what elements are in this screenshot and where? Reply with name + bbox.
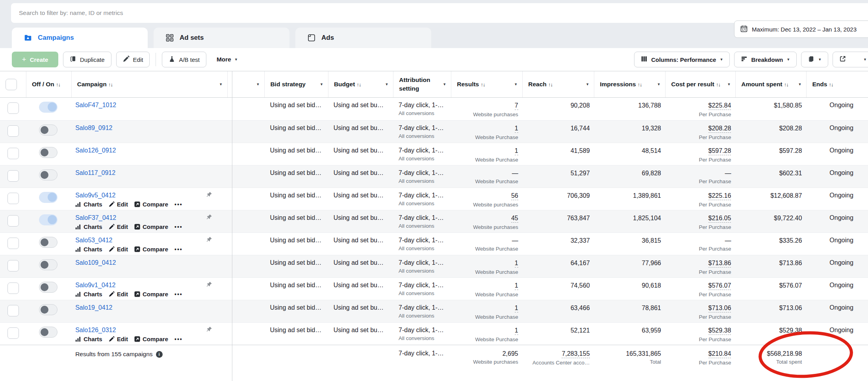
more-options-button[interactable]: •••: [174, 224, 183, 230]
tab-ad-sets[interactable]: Ad sets: [154, 28, 289, 48]
row-checkbox[interactable]: [7, 260, 19, 271]
charts-button[interactable]: Charts: [75, 201, 102, 208]
column-header-toggle[interactable]: Off / On ↑↓: [26, 71, 71, 97]
campaign-name-link[interactable]: Salo9v1_0412: [75, 282, 115, 288]
column-header-bid[interactable]: Bid strategy▼: [264, 71, 328, 97]
tab-ads[interactable]: Ads: [295, 28, 431, 48]
row-checkbox[interactable]: [7, 125, 19, 137]
cost-value[interactable]: $713.86: [708, 259, 731, 268]
results-value[interactable]: 1: [515, 282, 518, 290]
campaign-name-link[interactable]: Salo126_0912: [75, 147, 116, 154]
column-header-reach[interactable]: Reach ↑↓▼: [522, 71, 594, 97]
row-checkbox[interactable]: [7, 327, 19, 339]
select-all-checkbox[interactable]: [6, 79, 17, 90]
row-checkbox[interactable]: [7, 102, 19, 114]
campaign-name-link[interactable]: Salo117_0912: [75, 169, 115, 176]
cost-value[interactable]: $597.28: [708, 147, 731, 155]
row-checkbox[interactable]: [7, 170, 19, 182]
column-header-results[interactable]: Results ↑↓▼: [451, 71, 522, 97]
campaign-name-link[interactable]: SaloF47_1012: [75, 102, 116, 108]
campaign-toggle[interactable]: [39, 237, 57, 248]
campaign-toggle[interactable]: [39, 147, 57, 158]
export-button[interactable]: ▼: [833, 52, 868, 67]
info-icon[interactable]: i: [156, 351, 163, 358]
results-value[interactable]: 1: [515, 147, 518, 155]
cost-value[interactable]: $576.07: [708, 282, 731, 290]
filter-caret-icon[interactable]: ▼: [583, 82, 589, 86]
filter-caret-icon[interactable]: ▼: [655, 82, 660, 86]
results-value[interactable]: 1: [515, 259, 518, 268]
row-checkbox[interactable]: [7, 282, 19, 294]
results-value[interactable]: 56: [511, 192, 518, 200]
sort-icon[interactable]: ↑↓: [784, 82, 788, 87]
duplicate-button[interactable]: Duplicate: [63, 52, 111, 67]
ab-test-button[interactable]: A/B test: [162, 52, 206, 67]
campaign-name-link[interactable]: Salo89_0912: [75, 125, 112, 131]
cost-value[interactable]: $529.38: [708, 327, 731, 335]
more-button[interactable]: More ▼: [211, 56, 243, 63]
campaign-name-link[interactable]: Salo126_0312: [75, 327, 116, 333]
edit-row-button[interactable]: Edit: [109, 201, 128, 208]
pin-icon[interactable]: [206, 281, 212, 288]
filter-caret-icon[interactable]: ▼: [382, 82, 388, 86]
sort-icon[interactable]: ↑↓: [829, 82, 833, 87]
cost-value[interactable]: $225.84: [708, 102, 731, 110]
campaign-toggle[interactable]: [39, 259, 57, 270]
more-options-button[interactable]: •••: [174, 291, 183, 297]
filter-caret-icon[interactable]: ▼: [217, 82, 223, 86]
edit-row-button[interactable]: Edit: [109, 336, 128, 342]
campaign-toggle[interactable]: [39, 192, 57, 203]
row-checkbox[interactable]: [7, 193, 19, 204]
compare-button[interactable]: Compare: [134, 201, 168, 208]
column-header-select[interactable]: [0, 71, 26, 97]
charts-button[interactable]: Charts: [75, 291, 102, 297]
row-checkbox[interactable]: [7, 215, 19, 227]
column-header-cost[interactable]: Cost per result ↑↓▼: [665, 71, 735, 97]
charts-button[interactable]: Charts: [75, 246, 102, 253]
cost-value[interactable]: $225.16: [708, 192, 731, 200]
campaign-toggle[interactable]: [39, 304, 57, 315]
edit-row-button[interactable]: Edit: [109, 246, 128, 253]
breakdown-button[interactable]: Breakdown ▼: [734, 52, 797, 67]
edit-row-button[interactable]: Edit: [109, 291, 128, 297]
filter-caret-icon[interactable]: ▼: [317, 82, 323, 86]
more-options-button[interactable]: •••: [174, 201, 183, 208]
campaign-name-link[interactable]: SaloF37_0412: [75, 214, 116, 221]
charts-button[interactable]: Charts: [75, 223, 102, 230]
campaign-toggle[interactable]: [39, 327, 57, 338]
filter-caret-icon[interactable]: ▼: [254, 82, 260, 86]
summary-cost-value[interactable]: $210.84: [708, 350, 731, 358]
compare-button[interactable]: Compare: [134, 336, 168, 342]
results-value[interactable]: 1: [515, 304, 518, 312]
column-header-name[interactable]: Campaign ↑↓▼: [71, 71, 227, 97]
column-header-impressions[interactable]: Impressions ↑↓▼: [594, 71, 665, 97]
pin-icon[interactable]: [206, 214, 212, 221]
compare-button[interactable]: Compare: [134, 223, 168, 230]
filter-caret-icon[interactable]: ▼: [440, 82, 446, 86]
results-value[interactable]: 1: [515, 125, 518, 133]
edit-row-button[interactable]: Edit: [109, 223, 128, 230]
sort-icon[interactable]: ↑↓: [638, 82, 642, 87]
pin-icon[interactable]: [206, 326, 212, 333]
column-header-attribution[interactable]: Attribution setting▼: [393, 71, 451, 97]
compare-button[interactable]: Compare: [134, 246, 168, 253]
column-header-spent[interactable]: Amount spent ↑↓▼: [735, 71, 806, 97]
sort-icon[interactable]: ↑↓: [357, 82, 361, 87]
cost-value[interactable]: $208.28: [708, 125, 731, 133]
summary-reach-value[interactable]: 7,283,155: [562, 350, 590, 358]
campaign-toggle[interactable]: [39, 282, 57, 293]
row-checkbox[interactable]: [7, 238, 19, 249]
results-value[interactable]: 1: [515, 327, 518, 335]
column-header-budget[interactable]: Budget ↑↓▼: [328, 71, 393, 97]
compare-button[interactable]: Compare: [134, 291, 168, 297]
edit-button[interactable]: Edit: [116, 52, 150, 67]
create-button[interactable]: + Create: [12, 52, 58, 67]
campaign-name-link[interactable]: Salo9v5_0412: [75, 192, 115, 199]
columns-button[interactable]: Columns: Performance ▼: [634, 52, 730, 67]
sort-icon[interactable]: ↑↓: [108, 82, 113, 87]
sort-icon[interactable]: ↑↓: [716, 82, 720, 87]
campaign-name-link[interactable]: Salo53_0412: [75, 237, 112, 243]
campaign-toggle[interactable]: [39, 102, 57, 113]
tab-campaigns[interactable]: Campaigns: [12, 28, 148, 48]
column-header-delivery[interactable]: ▼: [227, 71, 264, 97]
